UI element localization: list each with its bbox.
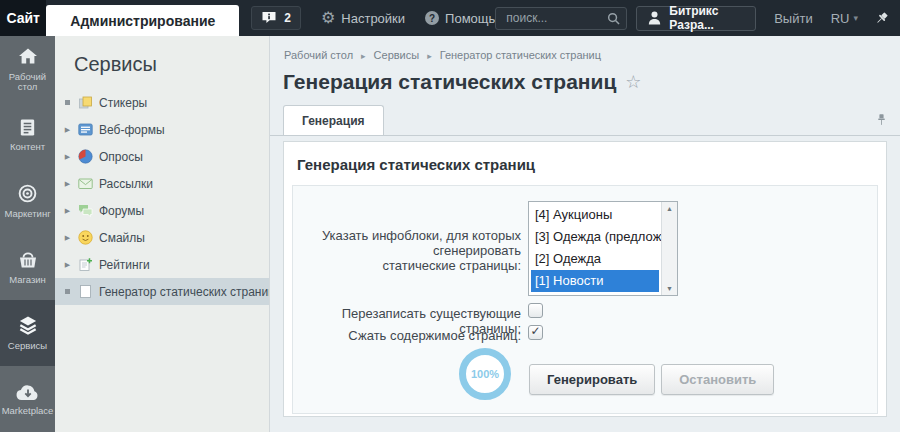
home-icon — [16, 46, 40, 68]
ratings-icon — [78, 257, 93, 272]
breadcrumb-link-desktop[interactable]: Рабочий стол — [284, 49, 353, 61]
rail-item-label: Контент — [10, 142, 45, 153]
form-panel: Генерация статических страниц Указать ин… — [283, 141, 887, 417]
tab-strip: Генерация — [270, 106, 900, 136]
listbox-option-selected[interactable]: [1] Новости — [531, 270, 659, 292]
breadcrumb-separator-icon — [427, 49, 432, 61]
question-icon — [425, 11, 439, 25]
user-menu-button[interactable]: Битрикс Разра... — [636, 6, 756, 31]
menu-item-smileys[interactable]: Смайлы — [55, 224, 269, 251]
sidebar-menu: Сервисы Стикеры Веб-формы Опросы — [55, 36, 270, 432]
breadcrumb-current[interactable]: Генератор статических страниц — [440, 49, 601, 61]
compress-label: Сжать содержимое страниц: — [293, 328, 521, 343]
content-icon — [17, 117, 38, 138]
expand-arrow-icon[interactable] — [62, 153, 73, 161]
compress-checkbox[interactable] — [528, 325, 543, 340]
language-value: RU — [831, 11, 850, 26]
rail-item-label: Маркетинг — [4, 209, 50, 220]
infoblocks-label-line1: Указать инфоблоки, для которых сгенериро… — [322, 228, 521, 258]
overwrite-checkbox[interactable] — [528, 303, 543, 318]
menu-title: Сервисы — [55, 36, 269, 89]
search-input[interactable] — [504, 10, 607, 26]
menu-item-ratings[interactable]: Рейтинги — [55, 251, 269, 278]
tab-generation[interactable]: Генерация — [283, 105, 384, 135]
rail-item-label: Marketplace — [2, 406, 54, 417]
menu-item-label: Смайлы — [99, 231, 145, 245]
listbox-scrollbar[interactable] — [661, 202, 677, 295]
help-label: Помощь — [445, 11, 495, 26]
menu-item-label: Стикеры — [99, 96, 147, 110]
infoblocks-label: Указать инфоблоки, для которых сгенериро… — [293, 228, 521, 273]
form-body: Указать инфоблоки, для которых сгенериро… — [292, 185, 878, 414]
generate-button[interactable]: Генерировать — [529, 364, 655, 395]
menu-item-label: Генератор статических страниц — [99, 285, 269, 299]
menu-item-label: Рейтинги — [99, 258, 150, 272]
menu-item-label: Опросы — [99, 150, 143, 164]
settings-label: Настройки — [341, 11, 405, 26]
rail-item-content[interactable]: Контент — [0, 102, 55, 168]
square-bullet-icon — [62, 289, 73, 294]
pin-form-icon[interactable] — [875, 113, 888, 127]
progress-value: 100% — [471, 368, 499, 380]
rail-item-marketing[interactable]: Маркетинг — [0, 168, 55, 234]
basket-icon — [16, 249, 40, 271]
sticker-icon — [78, 95, 93, 110]
rail-item-marketplace[interactable]: Marketplace — [0, 366, 55, 432]
scroll-up-icon[interactable] — [662, 205, 677, 212]
layers-icon — [16, 314, 40, 337]
scroll-down-icon[interactable] — [662, 285, 677, 292]
main-content: Рабочий стол Сервисы Генератор статическ… — [270, 36, 900, 432]
page-icon — [78, 284, 93, 299]
user-name: Битрикс Разра... — [669, 4, 744, 32]
settings-button[interactable]: Настройки — [321, 10, 405, 26]
expand-arrow-icon[interactable] — [62, 207, 73, 215]
expand-arrow-icon[interactable] — [62, 234, 73, 242]
rail-item-desktop[interactable]: Рабочий стол — [0, 36, 55, 102]
gear-icon — [321, 10, 335, 26]
help-button[interactable]: Помощь — [425, 11, 495, 26]
expand-arrow-icon[interactable] — [62, 180, 73, 188]
menu-item-webforms[interactable]: Веб-формы — [55, 116, 269, 143]
listbox-option[interactable]: [2] Одежда — [531, 248, 659, 270]
search-icon[interactable] — [607, 12, 620, 25]
chat-bubbles-icon — [78, 203, 93, 218]
favorite-star-icon[interactable] — [625, 71, 641, 93]
envelope-icon — [78, 176, 93, 191]
listbox-option[interactable]: [4] Аукционы — [531, 204, 659, 226]
rail-item-services[interactable]: Сервисы — [0, 300, 55, 366]
menu-item-label: Веб-формы — [99, 123, 165, 137]
menu-item-mailings[interactable]: Рассылки — [55, 170, 269, 197]
menu-item-polls[interactable]: Опросы — [55, 143, 269, 170]
expand-arrow-icon[interactable] — [62, 126, 73, 134]
site-tab[interactable]: Сайт — [0, 0, 46, 36]
breadcrumb: Рабочий стол Сервисы Генератор статическ… — [284, 49, 900, 61]
square-bullet-icon — [62, 100, 73, 105]
smiley-icon — [78, 230, 93, 245]
user-icon — [648, 11, 661, 25]
menu-item-label: Форумы — [99, 204, 144, 218]
page-title: Генерация статических страниц — [283, 70, 616, 94]
menu-item-stickers[interactable]: Стикеры — [55, 89, 269, 116]
stop-button[interactable]: Остановить — [661, 364, 774, 395]
rail-item-shop[interactable]: Магазин — [0, 234, 55, 300]
breadcrumb-link-services[interactable]: Сервисы — [374, 49, 420, 61]
admin-tab[interactable]: Администрирование — [46, 5, 239, 36]
webform-icon — [78, 122, 93, 137]
rail-item-label: Сервисы — [8, 341, 47, 352]
pin-icon[interactable] — [874, 11, 889, 26]
breadcrumb-separator-icon — [361, 49, 366, 61]
topbar: Сайт Администрирование 2 Настройки Помощ… — [0, 0, 900, 36]
menu-item-static-page-generator[interactable]: Генератор статических страниц — [55, 278, 269, 305]
notifications-button[interactable]: 2 — [251, 6, 301, 30]
progress-indicator: 100% — [459, 348, 511, 400]
menu-item-forums[interactable]: Форумы — [55, 197, 269, 224]
logout-link[interactable]: Выйти — [774, 11, 813, 26]
expand-arrow-icon[interactable] — [62, 261, 73, 269]
notifications-count: 2 — [284, 11, 291, 25]
infoblocks-listbox[interactable]: [4] Аукционы [3] Одежда (предложения) [2… — [528, 201, 678, 296]
language-selector[interactable]: RU — [831, 11, 858, 26]
search-box[interactable] — [495, 7, 627, 30]
rail-item-label: Магазин — [9, 275, 46, 286]
marketing-target-icon — [16, 182, 39, 205]
listbox-option[interactable]: [3] Одежда (предложения) — [531, 226, 659, 248]
